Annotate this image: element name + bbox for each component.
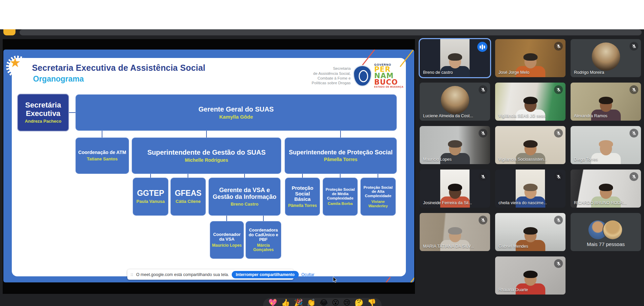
mic-off-badge bbox=[479, 172, 487, 181]
decor-line bbox=[403, 275, 414, 282]
participant-name: Gabriel Mendes bbox=[498, 244, 528, 249]
pernambuco-crest-icon bbox=[354, 66, 371, 86]
org-box-superintendente-gestao: Superintendente de Gestão do SUAS Michel… bbox=[132, 137, 281, 174]
org-box-gerente-vsa: Gerente da VSA e Gestão da Informação Br… bbox=[208, 178, 281, 216]
slide-title: Secretaria Executiva de Assistência Soci… bbox=[32, 63, 205, 73]
mic-off-badge bbox=[479, 129, 487, 137]
mic-off-icon bbox=[632, 174, 637, 179]
share-message: O meet.google.com está compartilhando su… bbox=[136, 272, 229, 277]
participant-tile[interactable]: Rodrigo Moreira bbox=[571, 39, 641, 77]
screenshare-notification-bar: ⁞⁞ O meet.google.com está compartilhando… bbox=[127, 269, 294, 280]
participant-name: Alexandra Ramos bbox=[574, 114, 607, 118]
participant-name: Josineide Ferreira da Sil... bbox=[423, 201, 472, 205]
org-box-secretaria-executiva: Secretária Executiva Andreza Pacheco bbox=[17, 94, 69, 131]
mic-off-icon bbox=[556, 87, 561, 92]
mic-off-icon bbox=[632, 87, 637, 92]
stop-sharing-button[interactable]: Interromper compartilhamento bbox=[232, 271, 299, 278]
org-box-gerente-geral: Gerente Geral do SUAS Kamylla Gôde bbox=[75, 94, 397, 131]
org-connector bbox=[102, 131, 102, 137]
mic-off-badge bbox=[554, 216, 563, 224]
mic-off-badge bbox=[554, 172, 563, 181]
reaction-emoji[interactable]: 👍 bbox=[281, 299, 290, 306]
org-connector bbox=[206, 131, 207, 137]
mic-off-icon bbox=[481, 87, 486, 92]
mic-off-badge bbox=[630, 172, 638, 181]
participant-tile[interactable]: Alexandra Ramos bbox=[571, 83, 641, 121]
participant-name: RICARDO BRUNO RODR... bbox=[574, 201, 627, 205]
reaction-emoji[interactable]: 😢 bbox=[343, 299, 351, 306]
decor-line bbox=[377, 277, 391, 282]
reaction-emoji[interactable]: 😂 bbox=[320, 299, 328, 306]
mic-off-icon bbox=[481, 218, 486, 223]
drag-handle[interactable]: ⁞⁞ bbox=[131, 273, 133, 277]
reaction-emoji[interactable]: 🤔 bbox=[355, 299, 363, 306]
participant-tile[interactable]: Breno de castro bbox=[420, 39, 490, 77]
participant-tile[interactable]: Luciene Almeida da Cost... bbox=[420, 83, 490, 121]
org-box-superintendente-protecao: Superintendente de Proteção Social Pâmel… bbox=[285, 137, 397, 174]
reaction-emoji[interactable]: 👏 bbox=[307, 299, 316, 306]
org-connector bbox=[188, 174, 188, 178]
mic-off-icon bbox=[632, 131, 637, 136]
org-connector bbox=[378, 174, 378, 178]
org-connector bbox=[340, 131, 341, 137]
mouse-cursor bbox=[333, 276, 337, 284]
yellow-tab[interactable] bbox=[3, 29, 15, 35]
mic-off-icon bbox=[481, 174, 486, 179]
screenshare-area: ★ Secretaria Executiva de Assistência So… bbox=[3, 39, 415, 294]
participant-tile[interactable]: Gabriel Mendes bbox=[495, 213, 566, 251]
reaction-emoji[interactable]: 👎 bbox=[367, 299, 376, 306]
top-background bbox=[0, 0, 644, 29]
mic-off-badge bbox=[630, 85, 638, 94]
participant-tile[interactable]: cheila vieira do nascime... bbox=[495, 170, 566, 208]
slide: ★ Secretaria Executiva de Assistência So… bbox=[3, 50, 414, 282]
participant-tile[interactable]: Vigilancia Socioassisten... bbox=[495, 126, 566, 164]
reaction-emoji[interactable]: 🎉 bbox=[294, 299, 303, 306]
mic-off-icon bbox=[632, 44, 637, 49]
participants-grid: Breno de castro José Jorge Melo Rodrigo … bbox=[420, 39, 642, 295]
mic-off-badge bbox=[630, 129, 638, 137]
participant-tile[interactable]: Diego Torres bbox=[571, 126, 641, 164]
org-connector bbox=[244, 174, 245, 178]
org-connector bbox=[302, 174, 303, 178]
window-top-strip bbox=[20, 29, 642, 35]
participant-tile[interactable]: José Jorge Melo bbox=[495, 39, 566, 77]
org-connector bbox=[150, 174, 151, 178]
avatar bbox=[441, 86, 469, 114]
org-box-protecao-basica: Proteção Social Básica Pâmella Torres bbox=[285, 178, 320, 216]
mic-off-badge bbox=[554, 259, 563, 268]
participant-name: MARIA TATIANA DA SILV... bbox=[423, 244, 474, 249]
mic-off-icon bbox=[556, 174, 561, 179]
mic-off-badge bbox=[554, 42, 563, 51]
meet-window: ★ Secretaria Executiva de Assistência So… bbox=[0, 0, 644, 306]
participant-tile[interactable]: Mais 77 pessoas bbox=[571, 213, 641, 251]
participant-name: Mauricio Lopes bbox=[423, 157, 452, 162]
reactions-bar: 💖👍🎉👏😂😮😢🤔👎 bbox=[263, 298, 382, 306]
participant-name: Luciene Almeida da Cost... bbox=[423, 114, 473, 118]
participant-tile[interactable]: Rhaiana Duarte bbox=[495, 256, 566, 295]
government-logo: Secretariade Assistência Social,Combate … bbox=[312, 64, 404, 88]
org-box-coordenador-vsa: Coordenador da VSA Maurício Lopes bbox=[210, 221, 244, 259]
participant-name: Vigilância SEAS JG seas bbox=[498, 114, 545, 118]
org-box-coordenadora-cadunico: Coordenadora do CadÚnico e PBF Márcia Go… bbox=[246, 221, 281, 259]
mic-off-badge bbox=[554, 85, 563, 94]
hide-link[interactable]: Ocultar bbox=[301, 272, 315, 277]
mic-off-icon bbox=[556, 218, 561, 223]
org-connector bbox=[340, 174, 341, 178]
participant-tile[interactable]: RICARDO BRUNO RODR... bbox=[571, 170, 641, 208]
participant-name: Rodrigo Moreira bbox=[574, 70, 604, 75]
reaction-emoji[interactable]: 😮 bbox=[332, 299, 339, 306]
org-box-gfeas: GFEAS Cátia Cilene bbox=[170, 178, 206, 216]
participant-name: cheila vieira do nascime... bbox=[498, 201, 547, 205]
org-box-ggtep: GGTEP Paula Vanusa bbox=[133, 178, 168, 216]
participant-tile[interactable]: Vigilância SEAS JG seas bbox=[495, 83, 566, 121]
reaction-emoji[interactable]: 💖 bbox=[268, 299, 277, 306]
mic-off-icon bbox=[556, 131, 561, 136]
mic-off-icon bbox=[481, 131, 486, 136]
participant-tile[interactable]: Josineide Ferreira da Sil... bbox=[420, 170, 490, 208]
participant-tile[interactable]: Mauricio Lopes bbox=[420, 126, 490, 164]
org-connector bbox=[226, 216, 227, 221]
org-box-coordenacao-atm: Coordenação de ATM Tatiane Santos bbox=[75, 137, 129, 174]
slide-subtitle: Organograma bbox=[33, 74, 84, 84]
avatar bbox=[603, 220, 622, 239]
participant-tile[interactable]: MARIA TATIANA DA SILV... bbox=[420, 213, 490, 251]
